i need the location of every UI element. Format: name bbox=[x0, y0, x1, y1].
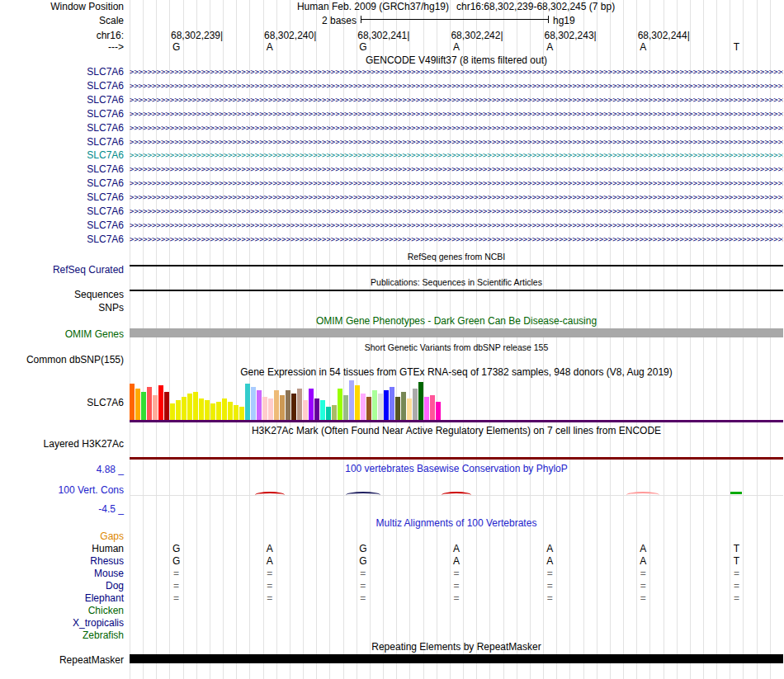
alignment-row: GAGAAAT bbox=[130, 543, 783, 554]
gencode-gene-label[interactable]: SLC7A6 bbox=[1, 163, 124, 175]
gencode-transcript[interactable]: >>>>>>>>>>>>>>>>>>>>>>>>>>>>>>>>>>>>>>>>… bbox=[130, 66, 783, 78]
base-letter: = bbox=[169, 592, 184, 604]
label-refseq-curated[interactable]: RefSeq Curated bbox=[1, 264, 124, 276]
publications-title: Publications: Sequences in Scientific Ar… bbox=[130, 277, 783, 288]
gencode-transcript[interactable]: >>>>>>>>>>>>>>>>>>>>>>>>>>>>>>>>>>>>>>>>… bbox=[130, 136, 783, 149]
refseq-track-line[interactable] bbox=[130, 265, 783, 266]
gencode-transcript[interactable]: >>>>>>>>>>>>>>>>>>>>>>>>>>>>>>>>>>>>>>>>… bbox=[130, 94, 783, 106]
species-label[interactable]: Zebrafish bbox=[1, 629, 124, 641]
ruler-position-label: 68,302,240| bbox=[225, 30, 316, 41]
species-label[interactable]: Elephant bbox=[1, 592, 124, 604]
base-letter: A bbox=[635, 555, 650, 567]
gencode-transcript[interactable]: >>>>>>>>>>>>>>>>>>>>>>>>>>>>>>>>>>>>>>>>… bbox=[130, 233, 783, 246]
base-letter: G bbox=[356, 555, 371, 567]
base-letter: T bbox=[729, 555, 744, 567]
bases-row: GAGAAAT bbox=[130, 41, 783, 53]
conservation-mark bbox=[442, 492, 471, 498]
base-letter: = bbox=[262, 592, 277, 604]
gencode-gene-label[interactable]: SLC7A6 bbox=[1, 66, 124, 78]
base-letter: = bbox=[169, 568, 184, 579]
gtex-expression-bar bbox=[366, 397, 371, 420]
base-letter: A bbox=[635, 41, 650, 53]
track-area: Human Feb. 2009 (GRCh37/hg19) chr16:68,3… bbox=[130, 0, 783, 679]
omim-feature-bar[interactable] bbox=[130, 328, 783, 337]
gencode-gene-label[interactable]: SLC7A6 bbox=[1, 80, 124, 92]
gtex-expression-bar bbox=[147, 387, 152, 420]
conservation-mark bbox=[346, 492, 380, 498]
alignment-row: GAGAAAT bbox=[130, 555, 783, 567]
gencode-gene-label[interactable]: SLC7A6 bbox=[1, 177, 124, 189]
gtex-expression-bar bbox=[390, 387, 394, 420]
gencode-transcript[interactable]: >>>>>>>>>>>>>>>>>>>>>>>>>>>>>>>>>>>>>>>>… bbox=[130, 163, 783, 176]
gencode-transcript[interactable]: >>>>>>>>>>>>>>>>>>>>>>>>>>>>>>>>>>>>>>>>… bbox=[130, 122, 783, 134]
gencode-title: GENCODE V49lift37 (8 items filtered out) bbox=[130, 55, 783, 66]
gencode-gene-label[interactable]: SLC7A6 bbox=[1, 233, 124, 245]
gtex-expression-bar bbox=[326, 407, 331, 420]
alignment-row bbox=[130, 629, 783, 641]
gencode-transcript[interactable]: >>>>>>>>>>>>>>>>>>>>>>>>>>>>>>>>>>>>>>>>… bbox=[130, 80, 783, 92]
gtex-expression-bar bbox=[297, 389, 302, 420]
gtex-expression-bar bbox=[251, 387, 256, 420]
conservation-mark bbox=[730, 492, 742, 494]
gencode-transcript[interactable]: >>>>>>>>>>>>>>>>>>>>>>>>>>>>>>>>>>>>>>>>… bbox=[130, 191, 783, 204]
gtex-expression-bar bbox=[130, 384, 135, 420]
base-letter: G bbox=[169, 555, 184, 567]
species-label[interactable]: Rhesus bbox=[1, 555, 124, 567]
gencode-transcript[interactable]: >>>>>>>>>>>>>>>>>>>>>>>>>>>>>>>>>>>>>>>>… bbox=[130, 205, 783, 218]
gencode-gene-label[interactable]: SLC7A6 bbox=[1, 219, 124, 231]
gencode-gene-label[interactable]: SLC7A6 bbox=[1, 136, 124, 148]
base-letter: = bbox=[542, 592, 557, 604]
label-conservation-track[interactable]: 100 Vert. Cons bbox=[1, 484, 124, 496]
species-label[interactable]: X_tropicalis bbox=[1, 617, 124, 629]
species-label[interactable]: Chicken bbox=[1, 605, 124, 616]
ruler-row: 68,302,239|68,302,240|68,302,241|68,302,… bbox=[130, 30, 783, 41]
gtex-expression-bar bbox=[291, 394, 296, 420]
label-gaps: Gaps bbox=[1, 530, 124, 542]
publications-track-line[interactable] bbox=[130, 290, 783, 291]
label-window-position: Window Position bbox=[1, 1, 124, 12]
gtex-expression-bar bbox=[361, 394, 366, 420]
base-letter: = bbox=[169, 580, 184, 592]
repeatmasker-feature-bar[interactable] bbox=[130, 654, 783, 663]
h3k27ac-title: H3K27Ac Mark (Often Found Near Active Re… bbox=[130, 426, 783, 436]
gencode-transcript[interactable]: >>>>>>>>>>>>>>>>>>>>>>>>>>>>>>>>>>>>>>>>… bbox=[130, 177, 783, 190]
gencode-transcript[interactable]: >>>>>>>>>>>>>>>>>>>>>>>>>>>>>>>>>>>>>>>>… bbox=[130, 149, 783, 162]
conservation-mark bbox=[255, 492, 285, 498]
gtex-expression-bar bbox=[245, 384, 250, 420]
gtex-expression-bar bbox=[395, 397, 400, 420]
label-omim-genes[interactable]: OMIM Genes bbox=[1, 328, 124, 340]
alignment-row: ======= bbox=[130, 580, 783, 592]
label-gtex-gene[interactable]: SLC7A6 bbox=[1, 397, 124, 408]
label-common-dbsnp[interactable]: Common dbSNP(155) bbox=[1, 354, 124, 365]
gencode-gene-label[interactable]: SLC7A6 bbox=[1, 191, 124, 203]
gtex-expression-bar bbox=[280, 395, 285, 420]
gtex-expression-bar bbox=[274, 390, 279, 420]
label-sequences[interactable]: Sequences bbox=[1, 289, 124, 300]
label-layered-h3k27ac[interactable]: Layered H3K27Ac bbox=[1, 438, 124, 450]
label-scale: Scale bbox=[1, 15, 124, 26]
base-letter: = bbox=[635, 568, 650, 579]
gencode-gene-label[interactable]: SLC7A6 bbox=[1, 94, 124, 106]
species-label[interactable]: Dog bbox=[1, 580, 124, 592]
gtex-expression-bar bbox=[424, 397, 429, 420]
species-label[interactable]: Human bbox=[1, 543, 124, 554]
gencode-gene-label[interactable]: SLC7A6 bbox=[1, 149, 124, 161]
species-label[interactable]: Mouse bbox=[1, 568, 124, 579]
gtex-expression-bar bbox=[407, 398, 412, 420]
gtex-baseline bbox=[130, 420, 783, 422]
label-repeatmasker[interactable]: RepeatMasker bbox=[1, 654, 124, 666]
gencode-transcript[interactable]: >>>>>>>>>>>>>>>>>>>>>>>>>>>>>>>>>>>>>>>>… bbox=[130, 219, 783, 232]
base-letter: T bbox=[729, 41, 744, 53]
gencode-gene-label[interactable]: SLC7A6 bbox=[1, 108, 124, 120]
label-snps[interactable]: SNPs bbox=[1, 302, 124, 314]
base-letter: = bbox=[356, 568, 371, 579]
h3k27ac-track-line[interactable] bbox=[130, 457, 783, 460]
base-letter: = bbox=[449, 580, 464, 592]
base-letter: A bbox=[449, 41, 464, 53]
gencode-transcript[interactable]: >>>>>>>>>>>>>>>>>>>>>>>>>>>>>>>>>>>>>>>>… bbox=[130, 108, 783, 120]
omim-title: OMIM Gene Phenotypes - Dark Green Can Be… bbox=[130, 316, 783, 327]
base-letter: = bbox=[635, 580, 650, 592]
gencode-gene-label[interactable]: SLC7A6 bbox=[1, 122, 124, 134]
gencode-gene-label[interactable]: SLC7A6 bbox=[1, 205, 124, 217]
multiz-title: Multiz Alignments of 100 Vertebrates bbox=[130, 518, 783, 529]
